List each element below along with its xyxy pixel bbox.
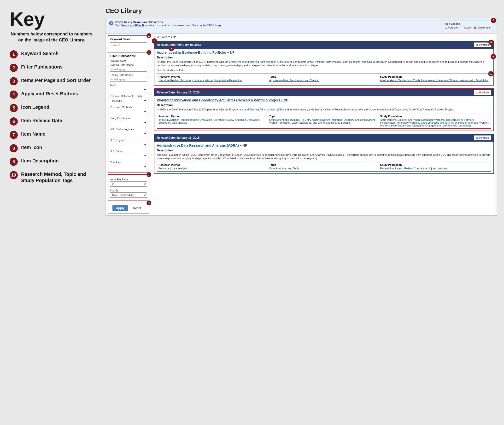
research-methods-select[interactable]: [110, 109, 147, 114]
countries-label: Countries: [110, 161, 147, 164]
topic-tag-2[interactable]: Employment and Training, Re-Entry, Unemp…: [269, 118, 379, 124]
key-list-item: 10Research Method, Topic and Study Popul…: [10, 171, 94, 184]
items-per-page-select[interactable]: 25: [110, 181, 147, 187]
research-col-title-2: Research Method: [158, 115, 268, 118]
dol-partner-label: DOL Partner Agency: [110, 128, 147, 131]
sort-by-label: Sort By: [110, 189, 147, 192]
release-num-badge: 6: [152, 38, 157, 44]
eta-link-1[interactable]: Employment and Training Administration (…: [229, 60, 284, 63]
topic-filter-label: Topic: [110, 84, 147, 86]
topic-tag-3[interactable]: Data, Methods, and Tools: [269, 167, 379, 170]
items-num-badge: 3: [147, 172, 151, 177]
tip-title: CEO Library Search and Filter Tips: [115, 21, 222, 24]
icon-legend-box: Icon Legend 🗂 Portfolio 📄 Study 📦 Delive…: [442, 21, 493, 31]
study-col-title-3: Study Population: [380, 163, 489, 166]
result-item-1: 6 Release Date: February 15, 2023 8 🗂 Po…: [154, 41, 494, 86]
result-title-1[interactable]: Apprenticeship Evidence-Building Portfol…: [157, 51, 491, 54]
study-tag-2[interactable]: Adult workers, Children and Youth, Dislo…: [380, 118, 489, 127]
us-regions-select[interactable]: [110, 142, 147, 147]
apply-num-badge: 4: [147, 200, 151, 205]
study-tag-3[interactable]: Federal Employees, Federal Contractors, …: [380, 167, 489, 170]
release-date-2: Release Date: January 15, 2020: [157, 91, 199, 94]
key-list-item: 4Apply and Reset Buttons: [10, 91, 94, 99]
research-col-title-3: Research Method: [158, 163, 268, 166]
key-item-label: Item Name: [21, 131, 45, 137]
portfolio-select[interactable]: Portfolio: [110, 98, 147, 103]
desc-num-badge: 9: [490, 54, 496, 59]
info-bar: ℹ CEO Library Search and Filter Tips Vis…: [106, 18, 497, 33]
result-title-2[interactable]: Workforce Innovation and Opportunity Act…: [157, 98, 491, 102]
key-item-num: 8: [10, 144, 18, 152]
research-methods-label: Research Methods: [110, 106, 147, 108]
two-col-layout: Keyword Search 1 Filter Publications: Re…: [106, 33, 497, 215]
research-col-title-1: Research Method: [158, 75, 268, 78]
info-icon: ℹ: [109, 21, 113, 25]
key-item-num: 9: [10, 158, 18, 166]
legend-num-badge: 5: [491, 18, 496, 23]
deliverable-legend: 📦 Deliverable: [473, 26, 490, 29]
key-list-item: 6Item Release Date: [10, 117, 94, 126]
us-states-select[interactable]: [110, 153, 147, 158]
release-date-3: Release Date: January 15, 2015: [157, 136, 199, 139]
key-list-item: 8Item Icon: [10, 144, 94, 152]
research-tag-3[interactable]: Secondary data analysis: [158, 167, 268, 170]
release-date-1: Release Date: February 15, 2023: [157, 43, 201, 46]
key-list-item: 5Icon Legend: [10, 104, 94, 112]
release-date-label: Release Date: [110, 59, 147, 62]
starting-date-label: Starting Date Range: [110, 64, 147, 66]
icon-legend-container: Icon Legend 🗂 Portfolio 📄 Study 📦 Delive…: [442, 21, 493, 31]
key-subtitle: Numbers below correspond to numbers on t…: [10, 31, 94, 43]
countries-select[interactable]: [110, 164, 147, 169]
study-col-title-2: Study Population: [380, 115, 489, 118]
filter-num-badge: 2: [147, 50, 151, 55]
key-item-num: 5: [10, 104, 18, 112]
keyword-input[interactable]: [110, 42, 147, 48]
key-list-item: 7Item Name: [10, 131, 94, 139]
result-header-2: Release Date: January 15, 2020 🗂 Portfol…: [154, 89, 493, 96]
key-title: Key: [10, 10, 94, 29]
result-header-3: Release Date: January 15, 2015 🗂 Portfol…: [154, 134, 493, 142]
tip-content: CEO Library Search and Filter Tips Visit…: [115, 21, 222, 27]
dol-partner-select[interactable]: [110, 131, 147, 136]
keyword-section: Keyword Search 1: [108, 35, 149, 50]
key-item-label: Keyword Search: [21, 50, 59, 57]
apply-button[interactable]: Apply: [112, 205, 128, 211]
keyword-label: Keyword Search: [110, 38, 147, 41]
reset-button[interactable]: Reset: [130, 205, 144, 211]
tag-col-research-1: Research Method Literature Review, Secon…: [158, 75, 268, 82]
study-pop-select[interactable]: [110, 120, 147, 125]
filter-sidebar: Keyword Search 1 Filter Publications: Re…: [106, 33, 151, 215]
key-item-num: 7: [10, 131, 18, 139]
topic-select[interactable]: [110, 87, 147, 92]
main-content: ℹ CEO Library Search and Filter Tips Vis…: [105, 18, 497, 216]
key-item-num: 1: [10, 50, 18, 59]
apply-reset-section: Apply Reset 4: [108, 203, 149, 213]
sort-by-select[interactable]: Date (Descending): [110, 192, 147, 198]
topic-col-title-2: Topic: [269, 115, 379, 118]
starting-date-input[interactable]: [110, 67, 147, 72]
tag-col-study-3: Study Population Federal Employees, Fede…: [380, 163, 489, 170]
eta-link-2[interactable]: Employment and Training Administration (…: [229, 108, 284, 111]
tip-link[interactable]: Search and Filter Tips: [121, 24, 147, 27]
topic-tag-1[interactable]: Apprenticeships, Employment and Training: [269, 79, 379, 82]
results-area: 1 to 3 of 3 results 6 Release Date: Febr…: [151, 33, 497, 215]
tags-grid-1: 10 Research Method Literature Review, Se…: [157, 73, 491, 83]
key-item-num: 3: [10, 77, 18, 85]
key-item-num: 10: [10, 171, 18, 179]
desc-label-1: Description: [157, 56, 491, 59]
ending-date-input[interactable]: [110, 77, 147, 82]
result-item-3: Release Date: January 15, 2015 🗂 Portfol…: [154, 134, 494, 174]
result-body-3: Administrative Data Research and Analysi…: [154, 142, 493, 174]
research-tag-2[interactable]: Impact Evaluation, Implementation Evalua…: [158, 118, 268, 124]
study-tag-1[interactable]: Adult workers, Children and Youth, Unemp…: [380, 79, 489, 82]
filter-section: Filter Publications: Release Date Starti…: [108, 52, 149, 173]
results-count: 1 to 3 of 3 results: [154, 35, 494, 39]
us-regions-label: U.S. Regions: [110, 139, 147, 142]
research-tag-1[interactable]: Literature Review, Secondary data analys…: [158, 79, 268, 82]
filter-title: Filter Publications:: [110, 54, 147, 58]
tags-grid-3: Research Method Secondary data analysis …: [157, 162, 491, 172]
result-title-3[interactable]: Administrative Data Research and Analysi…: [157, 144, 491, 147]
key-list-item: 3Items Per Page and Sort Order: [10, 77, 94, 85]
tag-col-topic-3: Topic Data, Methods, and Tools: [269, 163, 379, 170]
topic-col-title-1: Topic: [269, 75, 379, 78]
